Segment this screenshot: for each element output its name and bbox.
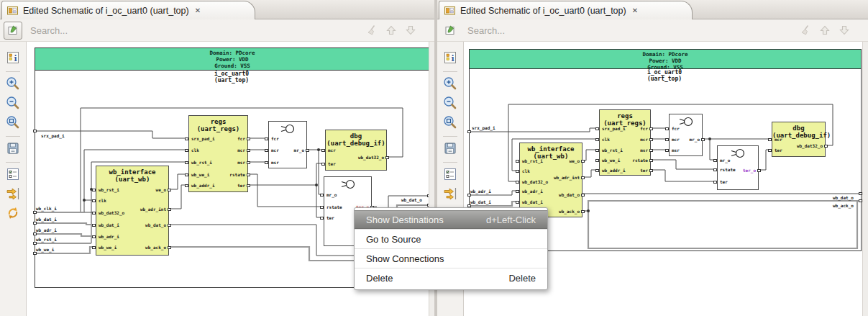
block-regs[interactable]: regs(uart_regs)srx_pad_iclkwb_rst_iwb_we…: [599, 109, 651, 176]
port-pin-mr_o[interactable]: [701, 138, 705, 141]
port-pin-wb_dat32_o[interactable]: [824, 145, 828, 148]
zoom-out-icon[interactable]: [5, 95, 21, 111]
search-input[interactable]: [467, 25, 799, 36]
menu-item-go-to-source[interactable]: Go to Source: [355, 230, 547, 248]
edge-pin-wb_adr_i[interactable]: [467, 194, 471, 197]
port-pin-rstate[interactable]: [713, 168, 717, 171]
tab-edited-schematic-left[interactable]: Edited Schematic of i_oc_uart0 (uart_top…: [1, 1, 255, 19]
port-pin-wb_dat_o[interactable]: [581, 194, 585, 197]
block-wb_interface[interactable]: wb_interface(uart_wb)wb_rst_iclkwb_dat32…: [519, 143, 583, 217]
search-options-button[interactable]: [441, 22, 460, 40]
port-pin-wb_adr_int[interactable]: [581, 176, 585, 179]
port-pin-rstate[interactable]: [247, 173, 250, 176]
port-pin-mr_o[interactable]: [320, 194, 324, 197]
port-pin-rstate[interactable]: [649, 159, 653, 162]
clear-search-icon[interactable]: [365, 24, 378, 37]
port-pin-ter[interactable]: [713, 181, 717, 184]
port-pin-wb_addr_i[interactable]: [185, 184, 188, 187]
port-pin-ter[interactable]: [247, 184, 250, 187]
port-pin-ter[interactable]: [320, 217, 324, 220]
reload-icon[interactable]: [5, 205, 21, 221]
port-pin-fcr[interactable]: [247, 137, 250, 140]
scrollbar-right-panel[interactable]: [862, 42, 868, 316]
port-pin-wb_rst_i[interactable]: [516, 160, 519, 163]
port-pin-we_o[interactable]: [168, 189, 171, 191]
port-pin-mcr[interactable]: [649, 138, 653, 141]
edge-pin-srx_pad_i[interactable]: [33, 130, 37, 132]
port-pin-ter[interactable]: [768, 149, 772, 152]
next-match-icon[interactable]: [404, 24, 417, 37]
port-pin-wb_rst_i[interactable]: [595, 149, 599, 152]
block-wb_interface[interactable]: wb_interface(uart_wb)wb_rst_iclkwb_dat32…: [96, 166, 169, 256]
port-pin-wb_we_i[interactable]: [92, 246, 96, 249]
save-icon[interactable]: [5, 140, 21, 156]
port-pin-ter[interactable]: [321, 163, 325, 166]
port-pin-mcr[interactable]: [247, 149, 250, 152]
zoom-fit-icon[interactable]: [442, 114, 458, 130]
port-pin-clk[interactable]: [595, 138, 599, 141]
port-pin-srx_pad_i[interactable]: [595, 127, 599, 130]
port-pin-rstate[interactable]: [320, 206, 324, 209]
edge-pin-wb_we_i[interactable]: [33, 252, 37, 255]
port-pin-clk[interactable]: [92, 199, 96, 202]
port-pin-wb_rst_i[interactable]: [185, 161, 188, 164]
port-pin-wb_rst_i[interactable]: [92, 189, 96, 191]
zoom-fit-icon[interactable]: [5, 114, 21, 130]
port-pin-wb_dat32_o[interactable]: [92, 212, 96, 215]
previous-match-icon[interactable]: [385, 24, 398, 37]
port-pin-mr_o[interactable]: [306, 149, 309, 152]
block-gate1[interactable]: fcrmcrmsrmr_o: [669, 114, 703, 156]
port-pin-wb_adr_i[interactable]: [516, 190, 519, 193]
menu-item-show-destinations[interactable]: Show Destinations d+Left-Click: [355, 210, 547, 229]
port-pin-fcr[interactable]: [265, 137, 268, 140]
previous-match-icon[interactable]: [818, 24, 831, 37]
block-dbg[interactable]: dbg(uart_debug_if)mcrterwb_dat32_o: [772, 122, 826, 157]
port-pin-wb_dat32_o[interactable]: [385, 156, 389, 159]
port-pin-wb_ack_o[interactable]: [581, 210, 585, 213]
edge-pin-wb_rst_i[interactable]: [33, 242, 37, 245]
block-dbg[interactable]: dbg(uart_debug_if)mcrterwb_dat32_o: [325, 130, 387, 171]
port-pin-mcr[interactable]: [265, 149, 268, 152]
clear-search-icon[interactable]: [799, 24, 812, 37]
port-pin-we_o[interactable]: [581, 160, 585, 163]
port-pin-wb_addr_i[interactable]: [595, 169, 599, 172]
port-pin-wb_we_i[interactable]: [595, 159, 599, 162]
zoom-in-icon[interactable]: [5, 76, 21, 91]
port-pin-wb_dat32_o[interactable]: [516, 181, 519, 184]
trace-signals-icon[interactable]: [5, 186, 21, 202]
port-pin-mcr[interactable]: [665, 138, 669, 141]
trace-signals-icon[interactable]: [442, 186, 458, 202]
search-input[interactable]: [30, 25, 365, 36]
port-pin-msr[interactable]: [665, 149, 669, 152]
port-pin-clk[interactable]: [185, 149, 188, 152]
port-pin-wb_we_i[interactable]: [185, 173, 188, 176]
menu-item-show-connections[interactable]: Show Connections: [355, 249, 547, 268]
tab-close-icon[interactable]: ✕: [195, 6, 201, 14]
options-icon[interactable]: [442, 166, 458, 182]
port-pin-wb_dat_i[interactable]: [92, 224, 96, 227]
port-pin-ter[interactable]: [649, 169, 653, 172]
port-pin-ter_o[interactable]: [757, 169, 761, 172]
block-gate1[interactable]: fcrmcrmsrmr_o: [268, 121, 307, 168]
port-pin-srx_pad_i[interactable]: [185, 137, 188, 140]
port-pin-mcr[interactable]: [321, 149, 325, 152]
port-pin-wb_adr_i[interactable]: [92, 235, 96, 238]
port-pin-fcr[interactable]: [649, 127, 653, 130]
schematic-info-icon[interactable]: i: [442, 50, 458, 66]
edge-pin-wb_adr_i[interactable]: [33, 233, 37, 235]
next-match-icon[interactable]: [838, 24, 851, 37]
port-pin-fcr[interactable]: [665, 127, 669, 130]
port-pin-msr[interactable]: [247, 161, 250, 164]
block-gate2[interactable]: mr_orstateterter_o: [717, 145, 759, 190]
save-icon[interactable]: [442, 140, 458, 156]
edge-pin-wb_clk_i[interactable]: [33, 211, 37, 214]
port-pin-wb_ack_o[interactable]: [168, 246, 171, 249]
zoom-in-icon[interactable]: [442, 76, 458, 91]
port-pin-mcr[interactable]: [768, 138, 772, 141]
port-pin-mr_o[interactable]: [713, 159, 717, 162]
schematic-info-icon[interactable]: i: [5, 50, 21, 66]
block-regs[interactable]: regs(uart_regs)srx_pad_iclkwb_rst_iwb_we…: [188, 115, 248, 192]
options-icon[interactable]: [5, 166, 21, 182]
tab-edited-schematic-right[interactable]: Edited Schematic of i_oc_uart0 (uart_top…: [439, 1, 693, 19]
tab-close-icon[interactable]: ✕: [632, 6, 638, 14]
